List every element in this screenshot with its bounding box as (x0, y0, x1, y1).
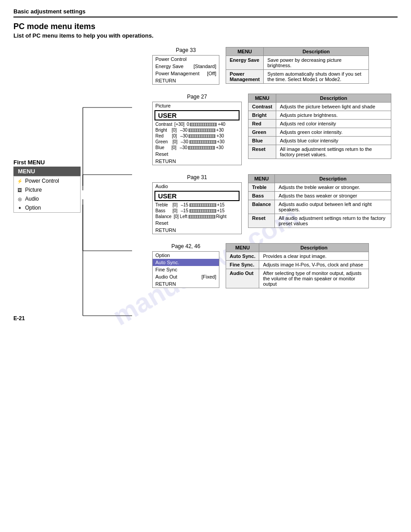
p31r4-desc: All audio adjustment settings return to … (275, 214, 391, 228)
red-slider (188, 134, 215, 138)
page-27-block: Page 27 Picture USER Contrast [+30] 0 +4… (152, 94, 242, 165)
page-31-table: MENU Description Treble Adjusts the treb… (248, 174, 391, 228)
p31r1-desc: Adjusts the treble weaker or stronger. (275, 183, 391, 192)
menu-item-picture[interactable]: 🖼 Picture (14, 185, 80, 194)
page-27-menu-title: Picture (153, 102, 241, 109)
p42r3-menu: Audio Out (226, 269, 259, 288)
red-label: Red (155, 133, 170, 138)
option-icon: ✦ (17, 205, 23, 211)
page-27-green: Green [0] –30 +30 (153, 139, 241, 145)
p27r3-desc: Adjusts red color intensity (276, 120, 391, 128)
power-mgmt-label: Power Management (155, 71, 199, 76)
p27r2-desc: Adjusts picture brightness. (276, 111, 391, 120)
balance-label: Balance (155, 214, 171, 219)
p27r2-menu: Bright (248, 111, 276, 120)
p27r3-menu: Red (248, 120, 276, 128)
page-42-auto-sync: Auto Sync. (153, 259, 219, 266)
auto-sync-label: Auto Sync. (155, 260, 179, 265)
bright-slider (188, 129, 215, 132)
page-42-menu: Option Auto Sync. Fine Sync Audio Out [F… (152, 251, 219, 288)
page-33-block: Page 33 Power Control Energy Save [Stand… (152, 47, 219, 85)
menu-header: MENU (13, 167, 81, 176)
p42r3-desc: After selecting type of monitor output, … (259, 269, 369, 288)
page-42-row: Page 42, 46 Option Auto Sync. Fine Sync … (152, 243, 398, 288)
page-number: E-21 (13, 315, 25, 322)
p27r6-desc: All image adjustment settings return to … (276, 145, 391, 159)
page-27-th-menu: MENU (248, 94, 276, 103)
bass-label: Bass (155, 208, 170, 213)
audio-icon: ◎ (17, 196, 23, 202)
page-42-return: RETURN (153, 280, 219, 287)
page-42-fine-sync: Fine Sync (153, 266, 219, 273)
page-27-reset: Reset (153, 150, 241, 158)
menu-items-list: ⚡ Power Control 🖼 Picture ◎ Audio ✦ Opti… (13, 176, 81, 213)
p42r1-desc: Provides a clear input image. (259, 252, 369, 261)
p31r3-desc: Adjusts audio output between left and ri… (275, 200, 391, 214)
p27r1-desc: Adjusts the picture between light and sh… (276, 103, 391, 111)
page-42-audio-out: Audio Out [Fixed] (153, 273, 219, 280)
p31r2-desc: Adjusts the bass weaker or stronger (275, 192, 391, 200)
p31r3-menu: Balance (248, 200, 275, 214)
page-31-bass: Bass [0] –15 +15 (153, 208, 241, 214)
green-slider (189, 140, 216, 144)
page-33-row: Page 33 Power Control Energy Save [Stand… (152, 47, 398, 85)
section-subtitle: List of PC menu items to help you with o… (13, 32, 398, 39)
page-27-menu: Picture USER Contrast [+30] 0 +40 Bright… (152, 102, 242, 165)
page-33-power-mgmt: Power Management [Off] (153, 70, 219, 77)
page-42-th-desc: Description (259, 244, 369, 252)
page-27-bright: Bright [0] –30 +30 (153, 127, 241, 133)
p27r1-menu: Contrast (248, 103, 276, 111)
audio-out-label: Audio Out (155, 274, 177, 279)
page-42-block: Page 42, 46 Option Auto Sync. Fine Sync … (152, 243, 219, 288)
contrast-label: Contrast (155, 122, 172, 127)
menu-item-option[interactable]: ✦ Option (14, 203, 80, 212)
p42r1-menu: Auto Sync. (226, 252, 259, 261)
page-27-return: RETURN (153, 158, 241, 165)
page-33-th-desc: Description (264, 47, 369, 56)
p27r4-menu: Green (248, 128, 276, 137)
p27r4-desc: Adjusts green color intensity. (276, 128, 391, 137)
energy-save-value: [Standard] (193, 64, 216, 69)
page-33-row1-desc: Save power by decreasing picture brightn… (264, 56, 369, 70)
menu-item-power-label: Power Control (25, 178, 59, 184)
menu-item-option-label: Option (25, 205, 41, 211)
page-27-label: Page 27 (152, 94, 242, 100)
page-27-contrast: Contrast [+30] 0 +40 (153, 121, 241, 127)
page-31-block: Page 31 Audio USER Treble [0] –15 +15 Ba… (152, 174, 242, 234)
page-33-table: MENU Description Energy Save Save power … (226, 47, 369, 84)
menu-item-picture-label: Picture (25, 187, 42, 193)
page-header: Basic adjustment settings (13, 8, 398, 17)
blue-slider (188, 146, 215, 150)
page-27-blue: Blue [0] –30 +30 (153, 145, 241, 150)
page-33-label: Page 33 (152, 47, 219, 53)
page-33-energy-save: Energy Save [Standard] (153, 63, 219, 70)
p31r1-menu: Treble (248, 183, 275, 192)
page-33-row1-menu: Energy Save (226, 56, 264, 70)
page-33-row2-desc: System automatically shuts down if you s… (264, 70, 369, 84)
page-33-row2-menu: PowerManagement (226, 70, 264, 84)
page-31-return: RETURN (153, 227, 241, 234)
page-31-treble: Treble [0] –15 +15 (153, 202, 241, 208)
treble-slider (189, 203, 216, 207)
power-mgmt-value: [Off] (207, 71, 216, 76)
menu-item-audio[interactable]: ◎ Audio (14, 194, 80, 203)
page-27-row: Page 27 Picture USER Contrast [+30] 0 +4… (152, 94, 398, 165)
menu-item-power-control[interactable]: ⚡ Power Control (14, 176, 80, 185)
balance-slider (188, 215, 215, 219)
page-33-menu-title: Power Control (153, 56, 219, 63)
contrast-slider (190, 123, 217, 126)
page-33-return: RETURN (153, 77, 219, 84)
p42r2-menu: Fine Sync. (226, 261, 259, 269)
pages-panel: Page 33 Power Control Energy Save [Stand… (98, 47, 398, 297)
page-31-row: Page 31 Audio USER Treble [0] –15 +15 Ba… (152, 174, 398, 234)
menu-item-audio-label: Audio (25, 196, 39, 202)
p27r5-desc: Adjusts blue color intensity (276, 137, 391, 145)
content-wrapper: First MENU MENU ⚡ Power Control 🖼 Pictur… (13, 47, 398, 297)
picture-icon: 🖼 (17, 187, 23, 193)
first-menu-panel: First MENU MENU ⚡ Power Control 🖼 Pictur… (13, 47, 98, 213)
page-27-red: Red [0] –30 +30 (153, 133, 241, 139)
power-icon: ⚡ (17, 178, 23, 184)
page-31-th-desc: Description (275, 175, 391, 183)
page-31-label: Page 31 (152, 174, 242, 180)
green-label: Green (155, 139, 170, 144)
